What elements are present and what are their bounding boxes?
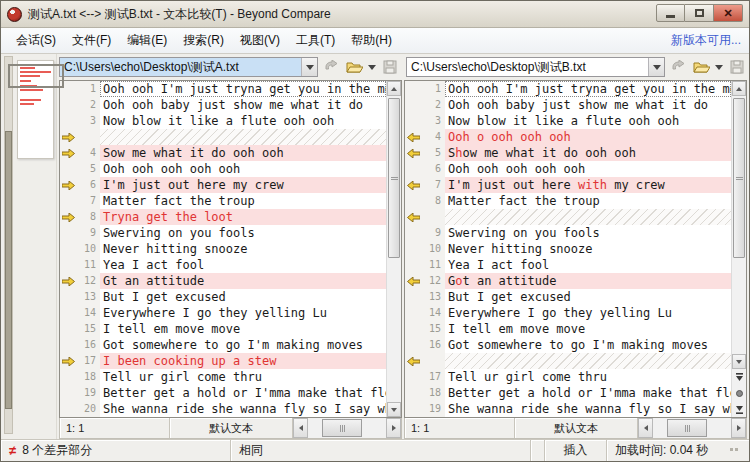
scroll-left-button[interactable] bbox=[293, 418, 308, 438]
maximize-button[interactable] bbox=[685, 4, 714, 22]
left-vertical-scrollbar[interactable] bbox=[386, 81, 401, 417]
code-line[interactable]: Got somewhere to go I'm making moves bbox=[445, 337, 731, 353]
diff-map-thumb[interactable] bbox=[5, 131, 12, 409]
code-line[interactable]: Matter fact the troup bbox=[100, 193, 386, 209]
scroll-left-button[interactable] bbox=[638, 418, 653, 438]
code-line[interactable]: Show me what it do ooh ooh bbox=[445, 145, 731, 161]
left-horizontal-scrollbar[interactable] bbox=[293, 418, 401, 438]
scroll-up-button[interactable] bbox=[732, 81, 746, 96]
right-open-dropdown-button[interactable] bbox=[714, 65, 724, 70]
prev-diff-button[interactable] bbox=[732, 369, 746, 385]
code-line[interactable]: Ooh ooh ooh ooh ooh bbox=[445, 161, 731, 177]
menu-item[interactable]: 视图(V) bbox=[233, 29, 287, 52]
scroll-up-button[interactable] bbox=[387, 81, 401, 96]
menu-item[interactable]: 工具(T) bbox=[289, 29, 342, 52]
code-line[interactable]: Sow me what it do ooh ooh bbox=[100, 145, 386, 161]
code-line[interactable]: Gt an attitude bbox=[100, 273, 386, 289]
copy-left-arrow-icon[interactable] bbox=[405, 209, 421, 225]
right-scroll-thumb[interactable] bbox=[733, 98, 745, 258]
code-line[interactable]: She wanna ride she wanna fly so I say wh… bbox=[100, 401, 386, 417]
code-line[interactable]: Tryna get the loot bbox=[100, 209, 386, 225]
menu-item[interactable]: 帮助(H) bbox=[344, 29, 399, 52]
left-scroll-thumb[interactable] bbox=[388, 98, 400, 258]
copy-left-arrow-icon[interactable] bbox=[405, 129, 421, 145]
copy-left-arrow-icon[interactable] bbox=[405, 353, 421, 369]
resize-grip[interactable] bbox=[729, 447, 741, 454]
code-line[interactable]: Matter fact the troup bbox=[445, 193, 731, 209]
right-pane-editor[interactable]: 1Ooh ooh I'm just tryna get you in the m… bbox=[404, 80, 747, 418]
center-diff-button[interactable] bbox=[732, 385, 746, 401]
left-path-dropdown-button[interactable] bbox=[301, 58, 317, 76]
code-line[interactable]: I'm just out here my crew bbox=[100, 177, 386, 193]
code-line[interactable]: Yea I act fool bbox=[100, 257, 386, 273]
code-line[interactable]: Got somewhere to go I'm making moves bbox=[100, 337, 386, 353]
code-line[interactable]: I tell em move move bbox=[100, 321, 386, 337]
diff-map-track[interactable] bbox=[4, 56, 13, 434]
menu-item[interactable]: 编辑(E) bbox=[120, 29, 174, 52]
scroll-down-button[interactable] bbox=[732, 354, 746, 369]
copy-right-arrow-icon[interactable] bbox=[60, 273, 76, 289]
code-line[interactable]: But I get excused bbox=[100, 289, 386, 305]
code-line[interactable]: Ooh ooh I'm just tryna get you in the mo… bbox=[100, 81, 386, 97]
left-open-dropdown-button[interactable] bbox=[367, 65, 377, 70]
code-line[interactable]: Tell ur girl come thru bbox=[100, 369, 386, 385]
left-reload-button[interactable] bbox=[321, 57, 341, 77]
diff-thumbnail[interactable] bbox=[17, 60, 54, 159]
left-hscroll-track[interactable] bbox=[308, 418, 386, 438]
left-hscroll-thumb[interactable] bbox=[322, 419, 362, 437]
code-line[interactable]: Got an attitude bbox=[445, 273, 731, 289]
code-line[interactable]: Ooh ooh I'm just tryna get you in the mo… bbox=[445, 81, 731, 97]
left-pane-editor[interactable]: 1Ooh ooh I'm just tryna get you in the m… bbox=[59, 80, 402, 418]
right-hscroll-thumb[interactable] bbox=[667, 419, 707, 437]
copy-right-arrow-icon[interactable] bbox=[60, 129, 76, 145]
code-line[interactable]: Now blow it like a flute ooh ooh bbox=[100, 113, 386, 129]
code-line[interactable]: Better get a hold or I'mma make that flo… bbox=[445, 385, 731, 401]
scroll-right-button[interactable] bbox=[731, 418, 746, 438]
missing-line-hatch[interactable] bbox=[445, 209, 731, 225]
left-scroll-track[interactable] bbox=[387, 96, 401, 402]
new-version-link[interactable]: 新版本可用... bbox=[671, 32, 741, 49]
left-path-input[interactable] bbox=[60, 58, 301, 76]
right-save-button[interactable] bbox=[727, 57, 747, 77]
code-line[interactable]: Everywhere I go they yelling Lu bbox=[445, 305, 731, 321]
code-line[interactable]: Yea I act fool bbox=[445, 257, 731, 273]
code-line[interactable]: Swerving on you fools bbox=[445, 225, 731, 241]
right-scroll-track[interactable] bbox=[732, 96, 746, 354]
code-line[interactable]: Ooh ooh baby just show me what it do bbox=[100, 97, 386, 113]
code-line[interactable]: Never hitting snooze bbox=[100, 241, 386, 257]
menu-item[interactable]: 文件(F) bbox=[65, 29, 118, 52]
right-reload-button[interactable] bbox=[668, 57, 688, 77]
next-diff-button[interactable] bbox=[732, 401, 746, 417]
code-line[interactable]: But I get excused bbox=[445, 289, 731, 305]
thumbnail-viewport[interactable] bbox=[8, 64, 64, 88]
code-line[interactable]: Everywhere I go they yelling Lu bbox=[100, 305, 386, 321]
code-line[interactable]: Swerving on you fools bbox=[100, 225, 386, 241]
code-line[interactable]: She wanna ride she wanna fly so I say wh… bbox=[445, 401, 731, 417]
scroll-right-button[interactable] bbox=[386, 418, 401, 438]
copy-left-arrow-icon[interactable] bbox=[405, 177, 421, 193]
copy-right-arrow-icon[interactable] bbox=[60, 145, 76, 161]
code-line[interactable]: Now blow it like a flute ooh ooh bbox=[445, 113, 731, 129]
scroll-down-button[interactable] bbox=[387, 402, 401, 417]
code-line[interactable]: Tell ur girl come thru bbox=[445, 369, 731, 385]
menu-item[interactable]: 搜索(R) bbox=[176, 29, 231, 52]
right-open-folder-button[interactable] bbox=[691, 57, 711, 77]
code-line[interactable]: I tell em move move bbox=[445, 321, 731, 337]
code-line[interactable]: Never hitting snooze bbox=[445, 241, 731, 257]
copy-right-arrow-icon[interactable] bbox=[60, 209, 76, 225]
left-open-folder-button[interactable] bbox=[344, 57, 364, 77]
right-vertical-scrollbar[interactable] bbox=[731, 81, 746, 417]
missing-line-hatch[interactable] bbox=[445, 353, 731, 369]
close-button[interactable]: ✕ bbox=[714, 4, 743, 22]
copy-left-arrow-icon[interactable] bbox=[405, 145, 421, 161]
missing-line-hatch[interactable] bbox=[100, 129, 386, 145]
menu-item[interactable]: 会话(S) bbox=[9, 29, 63, 52]
code-line[interactable]: Ooh o ooh ooh ooh bbox=[445, 129, 731, 145]
code-line[interactable]: Better get a hold or I'mma make that flo… bbox=[100, 385, 386, 401]
copy-right-arrow-icon[interactable] bbox=[60, 353, 76, 369]
code-line[interactable]: I been cooking up a stew bbox=[100, 353, 386, 369]
right-path-dropdown-button[interactable] bbox=[648, 58, 664, 76]
code-line[interactable]: Ooh ooh baby just show me what it do bbox=[445, 97, 731, 113]
copy-right-arrow-icon[interactable] bbox=[60, 177, 76, 193]
code-line[interactable]: I'm just out here with my crew bbox=[445, 177, 731, 193]
